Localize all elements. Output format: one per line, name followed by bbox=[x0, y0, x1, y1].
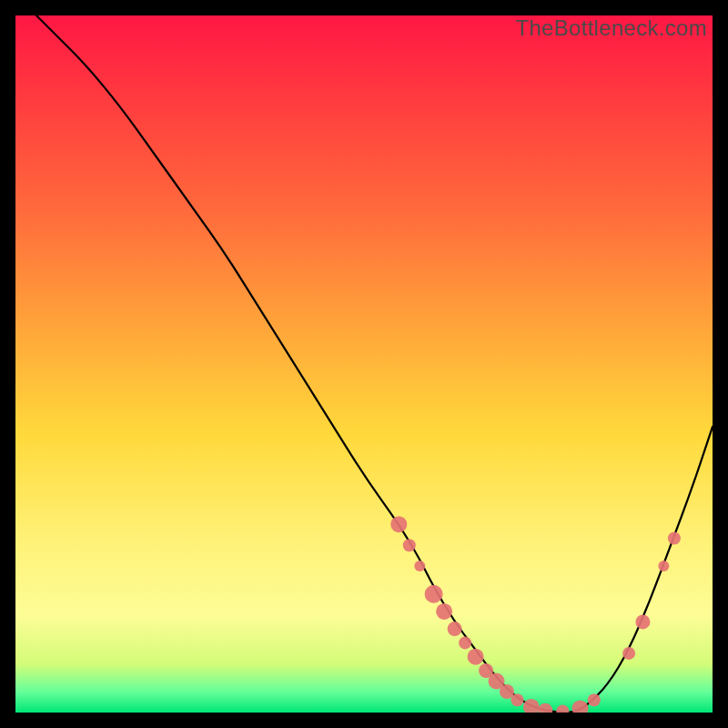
data-point bbox=[556, 705, 569, 713]
data-point bbox=[436, 603, 452, 620]
data-point bbox=[658, 561, 669, 571]
data-point bbox=[635, 614, 650, 629]
data-points bbox=[390, 516, 681, 713]
bottleneck-curve bbox=[36, 15, 713, 713]
data-point bbox=[448, 622, 462, 636]
data-point bbox=[588, 693, 601, 706]
data-point bbox=[414, 561, 425, 571]
data-point bbox=[390, 516, 407, 532]
data-point bbox=[459, 636, 471, 649]
data-point bbox=[668, 532, 681, 545]
chart-area: TheBottleneck.com bbox=[15, 15, 713, 713]
data-point bbox=[403, 539, 416, 551]
data-point bbox=[538, 703, 552, 713]
data-point bbox=[523, 699, 540, 713]
bottleneck-plot bbox=[15, 15, 713, 713]
data-point bbox=[622, 647, 635, 660]
data-point bbox=[511, 693, 524, 706]
data-point bbox=[425, 585, 443, 603]
data-point bbox=[468, 649, 484, 665]
data-point bbox=[572, 700, 589, 713]
